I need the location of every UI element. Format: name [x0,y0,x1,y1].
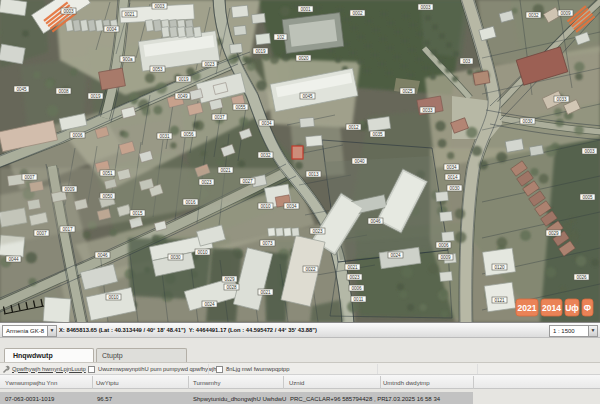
svg-text:Ф: Ф [584,303,591,313]
svg-text:0016: 0016 [185,200,196,205]
svg-text:0034: 0034 [286,204,297,209]
svg-text:0012: 0012 [348,125,359,130]
svg-text:0073: 0073 [262,241,273,246]
svg-text:0021: 0021 [260,290,271,295]
svg-text:0002: 0002 [352,11,363,16]
svg-text:0046: 0046 [370,219,381,224]
svg-text:0027: 0027 [242,179,253,184]
svg-text:0034: 0034 [446,165,457,170]
svg-text:0026: 0026 [576,275,587,280]
svg-text:0045: 0045 [302,94,313,99]
svg-text:0019: 0019 [255,49,266,54]
svg-text:0007: 0007 [36,231,47,236]
svg-text:0003: 0003 [420,5,431,10]
svg-text:0006: 0006 [438,243,449,248]
svg-text:0030: 0030 [170,255,181,260]
svg-text:0009: 0009 [440,255,451,260]
svg-text:0040: 0040 [354,159,365,164]
svg-text:0005: 0005 [582,195,593,200]
svg-text:0046: 0046 [97,253,108,258]
svg-text:0019: 0019 [178,77,189,82]
svg-text:Uф: Uф [565,303,579,313]
svg-text:003: 003 [463,59,471,64]
svg-text:2014: 2014 [542,303,561,313]
svg-text:0003: 0003 [584,149,595,154]
svg-text:0009: 0009 [64,187,75,192]
svg-text:102: 102 [277,35,285,40]
svg-text:0003: 0003 [154,4,165,9]
svg-text:2021: 2021 [518,303,537,313]
svg-text:0010: 0010 [260,204,271,209]
svg-text:0008: 0008 [58,89,69,94]
svg-text:0007: 0007 [24,175,35,180]
svg-text:0032: 0032 [260,153,271,158]
svg-text:0023: 0023 [204,62,215,67]
svg-text:0024: 0024 [390,253,401,258]
svg-text:0020: 0020 [298,56,309,61]
svg-text:0049: 0049 [177,94,188,99]
svg-text:0051: 0051 [102,171,113,176]
svg-text:0044: 0044 [8,257,19,262]
svg-text:0121: 0121 [494,298,505,303]
svg-text:0025: 0025 [402,89,413,94]
svg-text:0010: 0010 [108,295,119,300]
svg-text:0021: 0021 [220,168,231,173]
svg-text:0033: 0033 [422,108,433,113]
svg-text:0023: 0023 [312,229,323,234]
svg-text:0023: 0023 [201,180,212,185]
svg-text:0031: 0031 [159,134,170,139]
svg-text:0028: 0028 [226,285,237,290]
svg-text:0006: 0006 [351,286,362,291]
svg-text:0022: 0022 [305,267,316,272]
svg-text:0009: 0009 [560,11,571,16]
svg-text:0001: 0001 [300,7,311,12]
svg-text:0029: 0029 [224,277,235,282]
svg-text:0032: 0032 [528,13,539,18]
svg-text:0037: 0037 [214,115,225,120]
svg-text:0056: 0056 [183,132,194,137]
svg-text:0003: 0003 [63,9,74,14]
svg-text:0014: 0014 [447,175,458,180]
svg-text:0050: 0050 [102,194,113,199]
svg-text:0004: 0004 [106,27,117,32]
svg-text:0035: 0035 [372,132,383,137]
svg-text:0053: 0053 [152,67,163,72]
svg-text:0006: 0006 [72,133,83,138]
svg-text:0120: 0120 [494,265,505,270]
svg-text:0019: 0019 [90,94,101,99]
svg-text:0021: 0021 [124,12,135,17]
svg-text:0021: 0021 [347,265,358,270]
svg-text:0029: 0029 [548,231,559,236]
svg-text:0030: 0030 [522,119,533,124]
svg-text:0011: 0011 [354,297,364,302]
svg-text:0010: 0010 [197,250,208,255]
svg-text:0024: 0024 [204,302,215,307]
svg-text:0055: 0055 [235,105,246,110]
svg-text:0034: 0034 [261,121,272,126]
svg-text:900a: 900a [122,57,133,62]
svg-text:0013: 0013 [308,172,319,177]
svg-text:0023: 0023 [349,275,360,280]
svg-text:0033: 0033 [556,97,567,102]
svg-text:0045: 0045 [16,87,27,92]
svg-text:0015: 0015 [132,211,143,216]
svg-text:0017: 0017 [62,227,73,232]
svg-text:0030: 0030 [449,186,460,191]
